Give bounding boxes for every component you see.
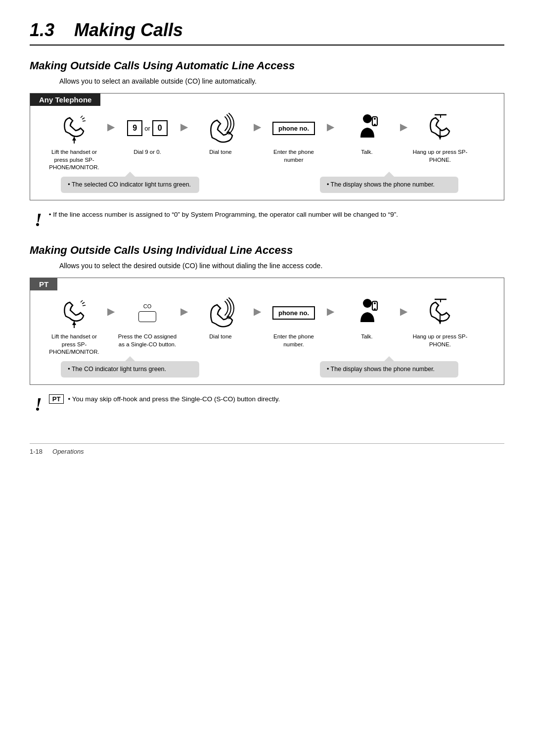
section2-notes-row: • The CO indicator light turns green. • … [42,361,492,378]
page-title: 1.3 Making Calls [30,20,504,46]
s2-step2: CO Press the CO assigned as a Single-CO … [115,295,179,348]
s2-hangup-icon [425,295,455,330]
svg-line-13 [81,300,83,302]
page-footer: 1-18 Operations [30,443,504,455]
step1-label: Lift the handset or press pulse SP-PHONE… [44,148,104,172]
section2-desc: Allows you to select the desired outside… [59,262,504,270]
s2-step5: Talk. [335,295,399,341]
footer-section: Operations [52,448,84,455]
step1: Lift the handset or press pulse SP-PHONE… [42,111,106,172]
section1-heading: Making Outside Calls Using Automatic Lin… [30,59,504,72]
s2-arrow5: ▶ [399,295,408,317]
section1-label-bar: Any Telephone [30,94,100,106]
step4: phone no. Enter the phone number [262,111,326,164]
footer-page: 1-18 [30,448,43,455]
svg-point-18 [363,299,372,308]
section1-warning-text: • If the line access number is assigned … [49,209,398,220]
section1-note-left: • The selected CO indicator light turns … [61,177,199,193]
step5-label: Talk. [361,148,373,156]
svg-point-21 [374,302,376,304]
s2-phone-no-icon: phone no. [272,295,315,330]
s2-arrow2: ▶ [179,295,188,317]
section2-diagram: PT Lift the handset or press SP-PHONE/MO… [30,278,504,385]
arrow1: ▶ [106,111,115,133]
section2-warning-text: • You may skip off-hook and press the Si… [68,394,280,405]
svg-line-1 [82,118,85,119]
warning-icon-2: ! [35,395,42,414]
svg-point-5 [363,114,372,123]
s2-dial-tone-icon [207,295,234,330]
section1-diagram: Any Telephone Lift the handset or [30,93,504,200]
step3-label: Dial tone [209,148,231,156]
section1-desc: Allows you to select an available outsid… [59,77,504,85]
section2-note-right: • The display shows the phone number. [320,361,458,378]
svg-point-7 [374,124,376,126]
dial-key-icon: 9 or 0 [127,111,167,145]
arrow2: ▶ [179,111,188,133]
warning-icon-1: ! [35,210,42,229]
key-0: 0 [152,120,168,136]
s2-step3: Dial tone [188,295,253,341]
svg-line-0 [81,116,83,118]
s2-step3-label: Dial tone [209,333,231,341]
s2-arrow3: ▶ [253,295,262,317]
talk-icon [354,111,381,145]
step6: Hang up or press SP-PHONE. [408,111,472,164]
section2-heading: Making Outside Calls Using Individual Li… [30,244,504,257]
s2-handset-icon [59,295,89,330]
s2-step4: phone no. Enter the phone number. [262,295,326,348]
hangup-icon [425,111,455,145]
step3: Dial tone [188,111,253,156]
s2-step5-label: Talk. [361,333,373,341]
section1-warning: ! • If the line access number is assigne… [30,209,504,229]
pt-badge: PT [49,394,64,404]
key-9: 9 [127,120,142,136]
arrow4: ▶ [326,111,335,133]
svg-point-20 [374,308,376,310]
s2-arrow1: ▶ [106,295,115,317]
phone-no-icon: phone no. [272,111,315,145]
dial-tone-icon [207,111,234,145]
step2: 9 or 0 Dial 9 or 0. [115,111,179,156]
step6-label: Hang up or press SP-PHONE. [410,148,470,164]
step5: Talk. [335,111,399,156]
section2-warning: ! PT • You may skip off-hook and press t… [30,394,504,414]
section2-steps-row: Lift the handset or press SP-PHONE/MONIT… [30,295,504,356]
or-text: or [144,125,150,132]
section2-label-bar: PT [30,278,57,290]
arrow3: ▶ [253,111,262,133]
svg-point-8 [374,118,376,120]
section1-steps-row: Lift the handset or press pulse SP-PHONE… [30,111,504,172]
handset-icon [59,111,89,145]
section1-note-right: • The display shows the phone number. [320,177,458,193]
arrow5: ▶ [399,111,408,133]
co-button-icon: CO [138,295,156,330]
svg-line-14 [82,302,85,304]
s2-step2-label: Press the CO assigned as a Single-CO but… [118,333,177,348]
s2-arrow4: ▶ [326,295,335,317]
s2-talk-icon [354,295,381,330]
co-button-rect [138,311,156,322]
section1-notes-row: • The selected CO indicator light turns … [42,177,492,193]
s2-step6-label: Hang up or press SP-PHONE. [410,333,470,348]
s2-step1: Lift the handset or press SP-PHONE/MONIT… [42,295,106,356]
section2-note-left: • The CO indicator light turns green. [61,361,199,378]
phone-no-box: phone no. [272,122,315,135]
s2-phone-no-box: phone no. [272,306,315,320]
s2-step1-label: Lift the handset or press SP-PHONE/MONIT… [44,333,104,356]
step4-label: Enter the phone number [264,148,323,164]
svg-line-2 [83,121,86,121]
step2-label: Dial 9 or 0. [134,148,161,156]
co-label: CO [143,303,152,309]
s2-step4-label: Enter the phone number. [264,333,323,348]
svg-line-15 [83,305,86,306]
s2-step6: Hang up or press SP-PHONE. [408,295,472,348]
